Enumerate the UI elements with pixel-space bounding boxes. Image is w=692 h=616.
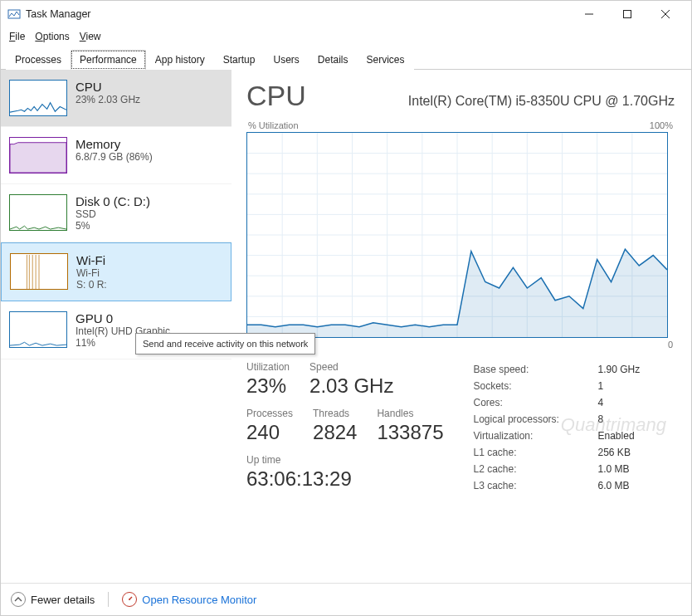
cpu-chart bbox=[246, 132, 668, 338]
detail-heading: CPU bbox=[246, 80, 306, 112]
stat-row: L1 cache:256 KB bbox=[474, 444, 641, 461]
detail-header: CPU Intel(R) Core(TM) i5-8350U CPU @ 1.7… bbox=[246, 80, 675, 112]
stat-row: Sockets:1 bbox=[474, 378, 641, 394]
app-icon bbox=[7, 7, 21, 21]
stat-value: 23% bbox=[246, 374, 290, 398]
menubar: File Options View bbox=[1, 27, 691, 49]
tab-app-history[interactable]: App history bbox=[146, 50, 214, 70]
open-resource-monitor-label: Open Resource Monitor bbox=[142, 594, 256, 606]
fewer-details-button[interactable]: Fewer details bbox=[11, 592, 95, 607]
tabstrip: Processes Performance App history Startu… bbox=[1, 49, 691, 70]
stat-val: 1.0 MB bbox=[598, 463, 630, 475]
stat-label: Handles bbox=[377, 408, 443, 419]
stat-val: Enabled bbox=[598, 430, 635, 442]
stat-processes: Processes 240 bbox=[246, 408, 293, 444]
fewer-details-label: Fewer details bbox=[31, 594, 95, 606]
minimize-button[interactable] bbox=[570, 1, 608, 27]
disk-thumb bbox=[9, 194, 67, 231]
stat-utilization: Utilization 23% bbox=[246, 361, 290, 398]
sidebar-item-cpu[interactable]: CPU 23% 2.03 GHz bbox=[1, 70, 231, 127]
sidebar-item-sub: 23% 2.03 GHz bbox=[76, 94, 223, 105]
stat-key: Virtualization: bbox=[474, 430, 598, 442]
stat-val: 1 bbox=[598, 380, 604, 392]
sidebar-item-sub: SSD bbox=[76, 208, 223, 220]
svg-point-33 bbox=[129, 599, 130, 600]
sidebar-item-title: Wi-Fi bbox=[76, 253, 222, 267]
stat-label: Threads bbox=[313, 408, 357, 419]
chart-wrap: % Utilization 100% 60 seconds 0 bbox=[246, 120, 675, 350]
stat-row: Virtualization:Enabled bbox=[474, 428, 641, 444]
open-resource-monitor-link[interactable]: Open Resource Monitor bbox=[122, 592, 256, 607]
cpu-model-name: Intel(R) Core(TM) i5-8350U CPU @ 1.70GHz bbox=[408, 94, 675, 109]
tab-services[interactable]: Services bbox=[358, 50, 414, 70]
svg-marker-5 bbox=[10, 143, 66, 173]
chart-y-label: % Utilization bbox=[248, 120, 299, 130]
stat-val: 4 bbox=[598, 397, 604, 408]
stat-label: Speed bbox=[309, 361, 393, 373]
stat-val: 6.0 MB bbox=[598, 480, 630, 491]
stat-value: 133875 bbox=[377, 421, 443, 444]
stat-uptime: Up time 63:06:13:29 bbox=[246, 454, 352, 491]
sidebar-item-text: Disk 0 (C: D:) SSD 5% bbox=[76, 194, 223, 232]
stat-value: 240 bbox=[246, 421, 293, 444]
stat-key: L2 cache: bbox=[474, 463, 598, 475]
stat-value: 63:06:13:29 bbox=[246, 467, 352, 491]
sidebar-item-text: CPU 23% 2.03 GHz bbox=[76, 80, 223, 105]
stat-value: 2.03 GHz bbox=[309, 374, 393, 398]
stat-row: Base speed:1.90 GHz bbox=[474, 361, 641, 378]
tab-processes[interactable]: Processes bbox=[6, 50, 71, 70]
sidebar-item-memory[interactable]: Memory 6.8/7.9 GB (86%) bbox=[1, 127, 231, 184]
stat-val: 8 bbox=[598, 413, 604, 425]
menu-options[interactable]: Options bbox=[32, 29, 72, 44]
sidebar: CPU 23% 2.03 GHz Memory 6.8/7.9 GB (86%)… bbox=[1, 70, 231, 583]
chart-top-row: % Utilization 100% bbox=[246, 120, 675, 132]
chart-y-max: 100% bbox=[650, 120, 673, 130]
stat-key: Logical processors: bbox=[474, 413, 598, 425]
stat-row: Logical processors:8 bbox=[474, 411, 641, 428]
sidebar-item-title: CPU bbox=[76, 80, 223, 94]
main: CPU 23% 2.03 GHz Memory 6.8/7.9 GB (86%)… bbox=[1, 70, 691, 583]
stats: Utilization 23% Speed 2.03 GHz Processes… bbox=[246, 361, 675, 494]
stat-val: 1.90 GHz bbox=[598, 364, 641, 375]
stats-left: Utilization 23% Speed 2.03 GHz Processes… bbox=[246, 361, 444, 494]
window-title: Task Manager bbox=[26, 8, 91, 20]
chart-x-right: 0 bbox=[668, 340, 673, 350]
stat-key: Sockets: bbox=[474, 380, 598, 392]
wifi-tooltip: Send and receive activity on this networ… bbox=[135, 333, 315, 354]
stat-handles: Handles 133875 bbox=[377, 408, 443, 444]
stat-value: 2824 bbox=[313, 421, 357, 444]
memory-thumb bbox=[9, 137, 67, 174]
sidebar-item-title: Disk 0 (C: D:) bbox=[76, 194, 223, 208]
close-button[interactable] bbox=[646, 1, 685, 27]
sidebar-item-disk[interactable]: Disk 0 (C: D:) SSD 5% bbox=[1, 184, 231, 242]
titlebar: Task Manager bbox=[1, 1, 691, 27]
resource-monitor-icon bbox=[122, 592, 137, 607]
stat-speed: Speed 2.03 GHz bbox=[309, 361, 393, 398]
tab-startup[interactable]: Startup bbox=[214, 50, 265, 70]
sidebar-item-text: Wi-Fi Wi-Fi S: 0 R: bbox=[76, 253, 222, 291]
stat-row: L2 cache:1.0 MB bbox=[474, 461, 641, 477]
stat-val: 256 KB bbox=[598, 447, 631, 458]
sidebar-item-title: GPU 0 bbox=[76, 311, 223, 325]
menu-file[interactable]: File bbox=[6, 29, 28, 44]
svg-rect-2 bbox=[624, 11, 631, 18]
sidebar-item-sub2: S: 0 R: bbox=[76, 279, 222, 291]
stat-key: L3 cache: bbox=[474, 480, 598, 491]
stat-label: Up time bbox=[246, 454, 352, 466]
sidebar-item-text: Memory 6.8/7.9 GB (86%) bbox=[76, 137, 223, 163]
stat-row: Cores:4 bbox=[474, 394, 641, 411]
sidebar-item-sub: Wi-Fi bbox=[76, 267, 222, 279]
maximize-button[interactable] bbox=[608, 1, 646, 27]
tab-performance[interactable]: Performance bbox=[71, 50, 146, 70]
tab-details[interactable]: Details bbox=[309, 50, 358, 70]
sidebar-item-sub2: 5% bbox=[76, 220, 223, 232]
stats-right: Base speed:1.90 GHzSockets:1Cores:4Logic… bbox=[474, 361, 641, 494]
footer-separator bbox=[108, 592, 109, 607]
stat-label: Utilization bbox=[246, 361, 290, 373]
menu-view[interactable]: View bbox=[76, 29, 105, 44]
detail-panel: CPU Intel(R) Core(TM) i5-8350U CPU @ 1.7… bbox=[231, 70, 691, 583]
chevron-up-icon bbox=[11, 592, 26, 607]
sidebar-item-wifi[interactable]: Wi-Fi Wi-Fi S: 0 R: bbox=[1, 242, 231, 301]
tab-users[interactable]: Users bbox=[264, 50, 308, 70]
stat-row: L3 cache:6.0 MB bbox=[474, 477, 641, 494]
